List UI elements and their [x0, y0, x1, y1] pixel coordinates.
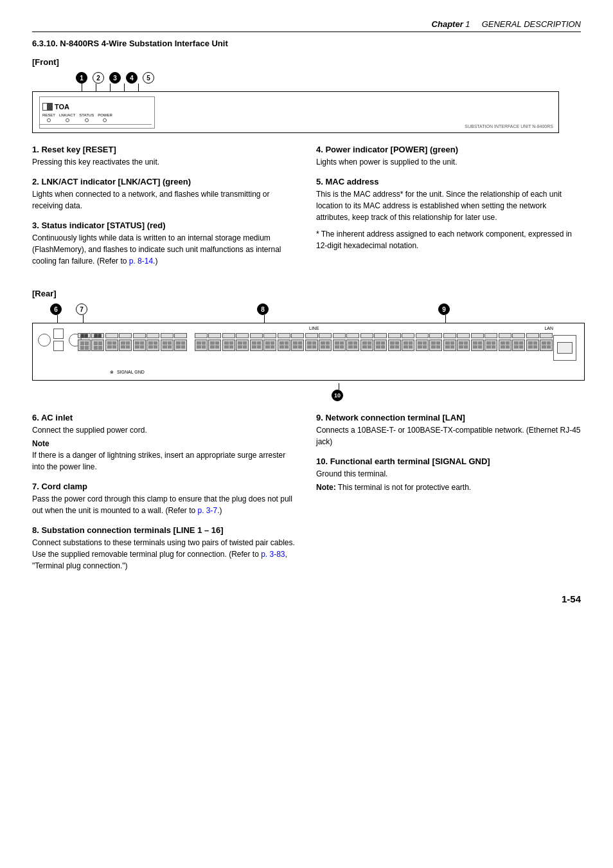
desc-1-body: Pressing this key reactivates the unit.	[32, 156, 297, 168]
rear-desc-col-left: 6. AC inlet Connect the supplied power c…	[32, 413, 297, 581]
lnkact-indicator: LNK/ACT	[59, 113, 75, 122]
desc-8-title: 8. Substation connection terminals [LINE…	[32, 525, 297, 535]
desc-item-5: 5. MAC address This is the MAC address* …	[316, 177, 581, 251]
rear-panel-box: LINE ⬛⬛ ⬛⬛	[32, 323, 585, 381]
desc-2-title: 2. LNK/ACT indicator [LNK/ACT] (green)	[32, 177, 297, 186]
page-header: Chapter 1 GENERAL DESCRIPTION	[32, 19, 581, 32]
rect-comp-1	[53, 329, 64, 339]
line-label: LINE	[309, 326, 319, 330]
desc-10-body: Ground this terminal.	[316, 468, 581, 480]
desc-2-body: Lights when connected to a network, and …	[32, 188, 297, 212]
circle-9: 9	[438, 303, 450, 315]
circle-5: 5	[143, 72, 154, 84]
desc-item-6: 6. AC inlet Connect the supplied power c…	[32, 413, 297, 473]
front-descriptions: 1. Reset key [RESET] Pressing this key r…	[32, 145, 581, 276]
circle-7: 7	[76, 303, 87, 315]
desc-8-body: Connect substations to these terminals u…	[32, 537, 297, 572]
circle-3: 3	[109, 72, 121, 84]
substation-label: SUBSTATION INTERFACE UNIT N-8400RS	[465, 124, 553, 129]
status-indicator: STATUS	[79, 113, 94, 122]
desc-3-title: 3. Status indicator [STATUS] (red)	[32, 221, 297, 230]
chapter-num: 1	[465, 19, 470, 29]
link-p3-7[interactable]: p. 3-7	[197, 506, 217, 515]
desc-9-title: 9. Network connection terminal [LAN]	[316, 413, 581, 422]
signal-gnd-label: ⊗ SIGNAL GND	[110, 370, 145, 375]
front-panel-box: TOA RESET LNK/ACT STATUS POWER	[32, 91, 559, 133]
desc-9-body: Connects a 10BASE-T- or 100BASE-TX-compa…	[316, 424, 581, 448]
desc-10-title: 10. Functional earth terminal [SIGNAL GN…	[316, 457, 581, 466]
rear-label: [Rear]	[32, 289, 581, 298]
desc-col-left: 1. Reset key [RESET] Pressing this key r…	[32, 145, 297, 276]
circle-4: 4	[126, 72, 138, 84]
status-label: STATUS	[79, 113, 94, 117]
ac-inlet-symbol	[38, 334, 51, 347]
reset-indicator: RESET	[42, 113, 55, 122]
desc-4-body: Lights when power is supplied to the uni…	[316, 156, 581, 168]
indicator-row: RESET LNK/ACT STATUS POWER	[42, 113, 152, 122]
front-label: [Front]	[32, 57, 581, 67]
rj45-jack	[557, 342, 573, 354]
reset-led	[47, 118, 51, 122]
circle-1: 1	[76, 72, 87, 84]
desc-5-body: This is the MAC address* for the unit. S…	[316, 188, 581, 223]
circle-10: 10	[332, 390, 343, 401]
rect-comp-2	[53, 341, 64, 351]
power-led	[103, 118, 107, 122]
lnkact-label: LNK/ACT	[59, 113, 75, 117]
toa-text: TOA	[55, 103, 69, 111]
circle-6: 6	[50, 303, 62, 315]
section-title-header: GENERAL DESCRIPTION	[482, 19, 581, 29]
desc-1-title: 1. Reset key [RESET]	[32, 145, 297, 154]
reset-label: RESET	[42, 113, 55, 117]
desc-item-9: 9. Network connection terminal [LAN] Con…	[316, 413, 581, 448]
lnkact-led	[66, 118, 69, 122]
desc-item-8: 8. Substation connection terminals [LINE…	[32, 525, 297, 572]
desc-item-2: 2. LNK/ACT indicator [LNK/ACT] (green) L…	[32, 177, 297, 212]
desc-col-right: 4. Power indicator [POWER] (green) Light…	[316, 145, 581, 276]
circle-8: 8	[257, 303, 269, 315]
note-label-10: Note:	[316, 483, 336, 492]
terminal-blocks-group: ⬛⬛ ⬛⬛	[78, 333, 553, 351]
desc-5-footnote: * The inherent address assigned to each …	[316, 228, 581, 251]
desc-5-title: 5. MAC address	[316, 177, 581, 186]
circle-2: 2	[93, 72, 104, 84]
desc-6-note: Note If there is a danger of lightning s…	[32, 438, 297, 473]
desc-3-body: Continuously lights while data is writte…	[32, 232, 297, 267]
desc-7-title: 7. Cord clamp	[32, 482, 297, 491]
desc-item-3: 3. Status indicator [STATUS] (red) Conti…	[32, 221, 297, 267]
front-panel-diagram: 1 2 3 4 5 TOA RESET	[32, 72, 581, 133]
desc-6-title: 6. AC inlet	[32, 413, 297, 422]
rear-panel-diagram: 6 7 8 9 LINE	[32, 303, 581, 401]
rear-descriptions: 6. AC inlet Connect the supplied power c…	[32, 413, 581, 581]
power-label: POWER	[98, 113, 112, 117]
status-led	[85, 118, 89, 122]
power-indicator: POWER	[98, 113, 112, 122]
desc-item-7: 7. Cord clamp Pass the power cord throug…	[32, 482, 297, 516]
rear-desc-col-right: 9. Network connection terminal [LAN] Con…	[316, 413, 581, 581]
link-p8-14[interactable]: p. 8-14	[129, 257, 153, 266]
desc-6-body: Connect the supplied power cord.	[32, 424, 297, 436]
desc-10-note: Note: This terminal is not for protectiv…	[316, 482, 581, 493]
link-p3-83[interactable]: p. 3-83	[261, 550, 285, 559]
desc-item-10: 10. Functional earth terminal [SIGNAL GN…	[316, 457, 581, 493]
desc-4-title: 4. Power indicator [POWER] (green)	[316, 145, 581, 154]
page-number: 1-54	[32, 593, 581, 604]
desc-item-1: 1. Reset key [RESET] Pressing this key r…	[32, 145, 297, 168]
desc-7-body: Pass the power cord through this clamp t…	[32, 493, 297, 516]
desc-item-4: 4. Power indicator [POWER] (green) Light…	[316, 145, 581, 168]
note-label-6: Note	[32, 439, 49, 448]
chapter-word: Chapter	[432, 19, 463, 29]
lan-label-top: LAN	[544, 326, 553, 330]
lan-box	[553, 335, 576, 361]
signal-gnd-text: SIGNAL GND	[117, 370, 145, 374]
section-title: 6.3.10. N-8400RS 4-Wire Substation Inter…	[32, 39, 581, 48]
toa-logo: TOA	[42, 103, 152, 111]
front-panel-inner: TOA RESET LNK/ACT STATUS POWER	[39, 96, 155, 129]
